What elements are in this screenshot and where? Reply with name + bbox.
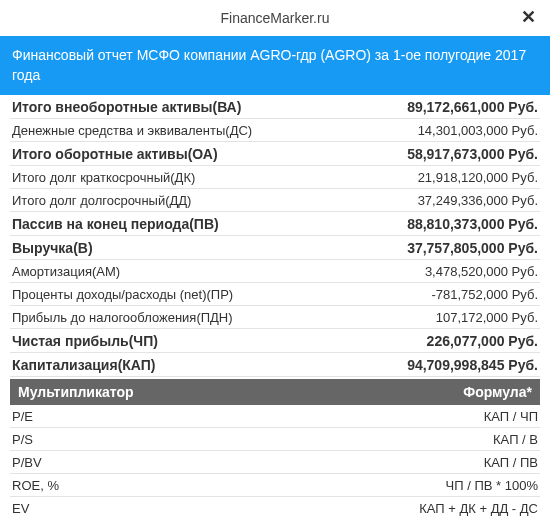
multiplier-header: Мультипликатор Формула* — [10, 379, 540, 405]
multiplier-formula: КАП / В — [493, 432, 538, 447]
financial-row: Проценты доходы/расходы (net)(ПР)-781,75… — [10, 283, 540, 306]
multiplier-header-left: Мультипликатор — [18, 384, 134, 400]
row-value: 14,301,003,000 Руб. — [418, 123, 538, 138]
row-label: Прибыль до налогообложения(ПДН) — [12, 310, 233, 325]
row-label: Итого оборотные активы(ОА) — [12, 146, 218, 162]
multiplier-row: ROE, %ЧП / ПВ * 100% — [10, 474, 540, 497]
multiplier-formula: КАП + ДК + ДД - ДС — [419, 501, 538, 516]
financial-row: Чистая прибыль(ЧП)226,077,000 Руб. — [10, 329, 540, 353]
multiplier-name: P/S — [12, 432, 33, 447]
close-icon[interactable]: ✕ — [521, 6, 536, 28]
financial-row: Прибыль до налогообложения(ПДН)107,172,0… — [10, 306, 540, 329]
financial-row: Пассив на конец периода(ПВ)88,810,373,00… — [10, 212, 540, 236]
multiplier-row: P/EКАП / ЧП — [10, 405, 540, 428]
row-value: 107,172,000 Руб. — [436, 310, 538, 325]
multiplier-name: ROE, % — [12, 478, 59, 493]
row-value: -781,752,000 Руб. — [431, 287, 538, 302]
row-value: 226,077,000 Руб. — [427, 333, 538, 349]
report-title: Финансовый отчет МСФО компании AGRO-гдр … — [0, 36, 550, 95]
row-label: Амортизация(АМ) — [12, 264, 120, 279]
row-value: 88,810,373,000 Руб. — [407, 216, 538, 232]
multiplier-header-right: Формула* — [463, 384, 532, 400]
financial-row: Амортизация(АМ)3,478,520,000 Руб. — [10, 260, 540, 283]
financial-row: Итого долг краткосрочный(ДК)21,918,120,0… — [10, 166, 540, 189]
report-card: FinanceMarker.ru ✕ Финансовый отчет МСФО… — [0, 0, 550, 518]
row-label: Итого долг долгосрочный(ДД) — [12, 193, 191, 208]
row-value: 37,249,336,000 Руб. — [418, 193, 538, 208]
financial-row: Денежные средства и эквиваленты(ДС)14,30… — [10, 119, 540, 142]
row-label: Выручка(В) — [12, 240, 93, 256]
financial-row: Выручка(В)37,757,805,000 Руб. — [10, 236, 540, 260]
multiplier-formula: КАП / ПВ — [484, 455, 538, 470]
multiplier-name: EV — [12, 501, 29, 516]
row-value: 3,478,520,000 Руб. — [425, 264, 538, 279]
row-value: 58,917,673,000 Руб. — [407, 146, 538, 162]
site-name: FinanceMarker.ru — [221, 10, 330, 26]
financial-row: Капитализация(КАП)94,709,998,845 Руб. — [10, 353, 540, 377]
header: FinanceMarker.ru ✕ — [0, 0, 550, 36]
multiplier-name: P/BV — [12, 455, 42, 470]
row-value: 89,172,661,000 Руб. — [407, 99, 538, 115]
content: Итого внеоборотные активы(ВА)89,172,661,… — [0, 95, 550, 518]
financial-row: Итого оборотные активы(ОА)58,917,673,000… — [10, 142, 540, 166]
multiplier-name: P/E — [12, 409, 33, 424]
multiplier-formula: ЧП / ПВ * 100% — [446, 478, 538, 493]
row-value: 21,918,120,000 Руб. — [418, 170, 538, 185]
row-label: Итого долг краткосрочный(ДК) — [12, 170, 195, 185]
row-label: Пассив на конец периода(ПВ) — [12, 216, 219, 232]
multiplier-row: EVКАП + ДК + ДД - ДС — [10, 497, 540, 518]
row-value: 94,709,998,845 Руб. — [407, 357, 538, 373]
row-label: Итого внеоборотные активы(ВА) — [12, 99, 241, 115]
row-label: Денежные средства и эквиваленты(ДС) — [12, 123, 252, 138]
row-label: Капитализация(КАП) — [12, 357, 156, 373]
row-label: Проценты доходы/расходы (net)(ПР) — [12, 287, 233, 302]
row-label: Чистая прибыль(ЧП) — [12, 333, 158, 349]
row-value: 37,757,805,000 Руб. — [407, 240, 538, 256]
multiplier-row: P/BVКАП / ПВ — [10, 451, 540, 474]
financial-row: Итого внеоборотные активы(ВА)89,172,661,… — [10, 95, 540, 119]
multiplier-row: P/SКАП / В — [10, 428, 540, 451]
multiplier-formula: КАП / ЧП — [484, 409, 538, 424]
financial-row: Итого долг долгосрочный(ДД)37,249,336,00… — [10, 189, 540, 212]
